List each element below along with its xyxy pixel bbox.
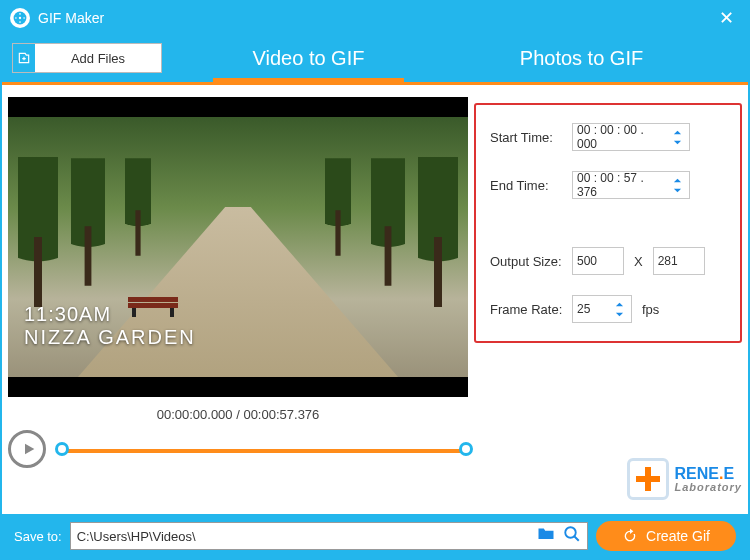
start-time-input[interactable]: 00 : 00 : 00 . 000 (572, 123, 690, 151)
spinner-icon[interactable] (669, 176, 685, 195)
bottombar: Save to: Create Gif (2, 514, 748, 558)
svg-point-3 (19, 21, 21, 23)
add-files-icon (13, 44, 35, 72)
x-label: X (634, 254, 643, 269)
app-title: GIF Maker (38, 10, 104, 26)
add-files-button[interactable]: Add Files (12, 43, 162, 73)
saveto-path-box (70, 522, 588, 550)
create-gif-label: Create Gif (646, 528, 710, 544)
content-area: 11:30AM NIZZA GARDEN 00:00:00.000 / 00:0… (2, 85, 748, 514)
end-time-label: End Time: (490, 178, 572, 193)
start-time-label: Start Time: (490, 130, 572, 145)
refresh-icon (622, 528, 638, 544)
time-display: 00:00:00.000 / 00:00:57.376 (8, 407, 468, 422)
app-icon (10, 8, 30, 28)
trim-handle-end[interactable] (459, 442, 473, 456)
play-button[interactable] (8, 430, 46, 468)
overlay-place-text: NIZZA GARDEN (24, 326, 196, 349)
left-pane: 11:30AM NIZZA GARDEN 00:00:00.000 / 00:0… (8, 97, 468, 506)
svg-point-5 (23, 17, 25, 19)
app-window: GIF Maker ✕ Add Files Video to GIF Photo… (0, 0, 750, 560)
close-icon[interactable]: ✕ (713, 7, 740, 29)
tab-label: Photos to GIF (520, 47, 643, 70)
tab-label: Video to GIF (253, 47, 365, 70)
svg-point-6 (565, 527, 576, 538)
frame-rate-value: 25 (577, 302, 590, 316)
svg-point-1 (19, 17, 21, 19)
svg-point-4 (15, 17, 17, 19)
end-time-value: 00 : 00 : 57 . 376 (577, 171, 665, 199)
browse-folder-icon[interactable] (537, 525, 555, 547)
open-folder-icon[interactable] (563, 525, 581, 547)
spinner-icon[interactable] (669, 128, 685, 147)
output-width-input[interactable]: 500 (572, 247, 624, 275)
end-time-input[interactable]: 00 : 00 : 57 . 376 (572, 171, 690, 199)
brand-text: RENE.E Laboratory (675, 466, 742, 493)
tab-photos-to-gif[interactable]: Photos to GIF (445, 34, 718, 82)
brand-plus-icon (627, 458, 669, 500)
tab-video-to-gif[interactable]: Video to GIF (172, 34, 445, 82)
output-width-value: 500 (577, 254, 597, 268)
right-pane: Start Time: 00 : 00 : 00 . 000 End Time:… (474, 97, 742, 506)
output-size-label: Output Size: (490, 254, 572, 269)
frame-rate-label: Frame Rate: (490, 302, 572, 317)
saveto-label: Save to: (14, 529, 62, 544)
frame-rate-input[interactable]: 25 (572, 295, 632, 323)
add-files-label: Add Files (35, 51, 161, 66)
brand-logo: RENE.E Laboratory (627, 458, 742, 500)
playback-controls (8, 430, 468, 468)
trim-slider[interactable] (54, 430, 468, 468)
preview-overlay-text: 11:30AM NIZZA GARDEN (24, 303, 196, 349)
trim-handle-start[interactable] (55, 442, 69, 456)
titlebar: GIF Maker ✕ (2, 2, 748, 34)
svg-point-2 (19, 13, 21, 15)
saveto-path-input[interactable] (77, 529, 529, 544)
overlay-time-text: 11:30AM (24, 303, 196, 326)
output-height-value: 281 (658, 254, 678, 268)
video-preview[interactable]: 11:30AM NIZZA GARDEN (8, 97, 468, 397)
start-time-value: 00 : 00 : 00 . 000 (577, 123, 665, 151)
settings-panel: Start Time: 00 : 00 : 00 . 000 End Time:… (474, 103, 742, 343)
fps-label: fps (642, 302, 659, 317)
tabbar: Add Files Video to GIF Photos to GIF (2, 34, 748, 82)
create-gif-button[interactable]: Create Gif (596, 521, 736, 551)
output-height-input[interactable]: 281 (653, 247, 705, 275)
spinner-icon[interactable] (611, 300, 627, 319)
